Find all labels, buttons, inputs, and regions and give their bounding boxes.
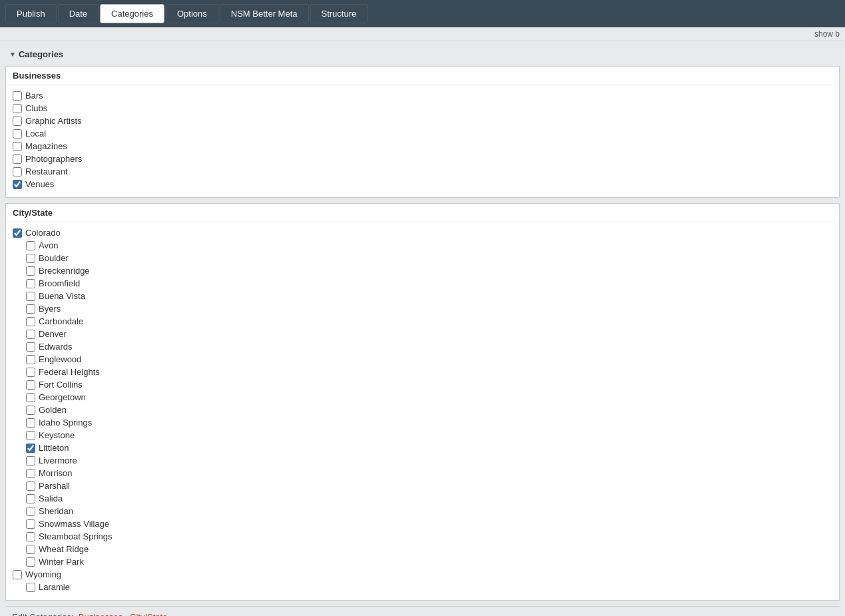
list-item[interactable]: Photographers bbox=[13, 153, 832, 165]
carbondale-label: Carbondale bbox=[39, 316, 83, 326]
list-item[interactable]: Livermore bbox=[26, 454, 832, 467]
photographers-checkbox[interactable] bbox=[13, 154, 22, 164]
buena-vista-checkbox[interactable] bbox=[26, 292, 35, 301]
clubs-checkbox[interactable] bbox=[13, 104, 22, 113]
breckenridge-checkbox[interactable] bbox=[26, 266, 35, 276]
list-item[interactable]: Magazines bbox=[13, 140, 832, 153]
structure-button[interactable]: Structure bbox=[310, 4, 368, 23]
laramie-checkbox[interactable] bbox=[26, 583, 35, 592]
venues-checkbox[interactable] bbox=[13, 180, 22, 189]
list-item[interactable]: Venues bbox=[13, 178, 832, 190]
buena-vista-label: Buena Vista bbox=[39, 291, 85, 301]
list-item[interactable]: Golden bbox=[26, 404, 832, 416]
list-item[interactable]: Edwards bbox=[26, 340, 832, 353]
list-item[interactable]: Breckenridge bbox=[26, 264, 832, 277]
list-item[interactable]: Clubs bbox=[13, 102, 832, 115]
clubs-label: Clubs bbox=[25, 103, 47, 113]
fort-collins-checkbox[interactable] bbox=[26, 380, 35, 390]
list-item[interactable]: Sheridan bbox=[26, 505, 832, 517]
edwards-checkbox[interactable] bbox=[26, 342, 35, 352]
list-item[interactable]: Winter Park bbox=[26, 555, 832, 568]
broomfield-checkbox[interactable] bbox=[26, 279, 35, 288]
list-item[interactable]: Byers bbox=[26, 302, 832, 315]
idaho-springs-checkbox[interactable] bbox=[26, 418, 35, 428]
breckenridge-label: Breckenridge bbox=[39, 266, 90, 276]
list-item[interactable]: Parshall bbox=[26, 479, 832, 492]
publish-button[interactable]: Publish bbox=[5, 4, 57, 23]
list-item[interactable]: Denver bbox=[26, 328, 832, 340]
list-item[interactable]: Laramie bbox=[26, 581, 832, 593]
bars-label: Bars bbox=[25, 91, 43, 101]
wheat-ridge-checkbox[interactable] bbox=[26, 545, 35, 554]
list-item[interactable]: Keystone bbox=[26, 429, 832, 442]
steamboat-springs-checkbox[interactable] bbox=[26, 532, 35, 541]
edit-categories-bar: Edit Categories: Businesses, City/State bbox=[5, 606, 840, 616]
bars-checkbox[interactable] bbox=[13, 91, 22, 101]
littleton-checkbox[interactable] bbox=[26, 444, 35, 453]
magazines-checkbox[interactable] bbox=[13, 142, 22, 151]
restaurant-label: Restaurant bbox=[25, 166, 68, 176]
list-item[interactable]: Broomfield bbox=[26, 277, 832, 290]
colorado-checkbox[interactable] bbox=[13, 228, 22, 238]
list-item[interactable]: Buena Vista bbox=[26, 290, 832, 302]
date-button[interactable]: Date bbox=[58, 4, 99, 23]
businesses-group: Businesses Bars Clubs Graphic Artists Lo… bbox=[5, 66, 840, 198]
livermore-checkbox[interactable] bbox=[26, 456, 35, 465]
list-item[interactable]: Carbondale bbox=[26, 315, 832, 328]
local-checkbox[interactable] bbox=[13, 129, 22, 139]
keystone-checkbox[interactable] bbox=[26, 431, 35, 440]
list-item[interactable]: Salida bbox=[26, 492, 832, 505]
list-item[interactable]: Morrison bbox=[26, 467, 832, 479]
federal-heights-checkbox[interactable] bbox=[26, 368, 35, 377]
wyoming-label: Wyoming bbox=[25, 569, 61, 579]
list-item[interactable]: Federal Heights bbox=[26, 366, 832, 378]
sheridan-checkbox[interactable] bbox=[26, 507, 35, 516]
parshall-label: Parshall bbox=[39, 481, 70, 491]
list-item[interactable]: Colorado bbox=[13, 226, 832, 239]
categories-section-header: ▼ Categories bbox=[5, 47, 840, 62]
salida-checkbox[interactable] bbox=[26, 494, 35, 503]
byers-checkbox[interactable] bbox=[26, 304, 35, 314]
morrison-checkbox[interactable] bbox=[26, 469, 35, 478]
businesses-content: Bars Clubs Graphic Artists Local Magazin… bbox=[6, 85, 839, 197]
options-button[interactable]: Options bbox=[166, 4, 218, 23]
georgetown-checkbox[interactable] bbox=[26, 393, 35, 402]
wyoming-checkbox[interactable] bbox=[13, 570, 22, 579]
list-item[interactable]: Littleton bbox=[26, 442, 832, 454]
restaurant-checkbox[interactable] bbox=[13, 167, 22, 176]
collapse-arrow-icon: ▼ bbox=[9, 51, 16, 58]
list-item[interactable]: Georgetown bbox=[26, 391, 832, 404]
snowmass-village-checkbox[interactable] bbox=[26, 519, 35, 529]
list-item[interactable]: Englewood bbox=[26, 353, 832, 366]
list-item[interactable]: Restaurant bbox=[13, 165, 832, 178]
nsm-better-meta-button[interactable]: NSM Better Meta bbox=[220, 4, 309, 23]
golden-checkbox[interactable] bbox=[26, 406, 35, 415]
list-item[interactable]: Snowmass Village bbox=[26, 517, 832, 530]
categories-button[interactable]: Categories bbox=[100, 4, 164, 23]
colorado-label: Colorado bbox=[25, 228, 61, 238]
boulder-checkbox[interactable] bbox=[26, 254, 35, 263]
list-item[interactable]: Avon bbox=[26, 239, 832, 252]
list-item[interactable]: Boulder bbox=[26, 252, 832, 264]
carbondale-checkbox[interactable] bbox=[26, 317, 35, 326]
avon-label: Avon bbox=[39, 240, 58, 250]
winter-park-checkbox[interactable] bbox=[26, 557, 35, 567]
list-item[interactable]: Idaho Springs bbox=[26, 416, 832, 429]
city-state-edit-link[interactable]: City/State bbox=[130, 612, 167, 616]
salida-label: Salida bbox=[39, 493, 63, 503]
venues-label: Venues bbox=[25, 179, 54, 189]
list-item[interactable]: Wheat Ridge bbox=[26, 543, 832, 555]
businesses-edit-link[interactable]: Businesses, bbox=[79, 612, 125, 616]
list-item[interactable]: Wyoming bbox=[13, 568, 832, 581]
graphic-artists-checkbox[interactable] bbox=[13, 117, 22, 126]
list-item[interactable]: Bars bbox=[13, 89, 832, 102]
avon-checkbox[interactable] bbox=[26, 241, 35, 250]
parshall-checkbox[interactable] bbox=[26, 481, 35, 491]
edit-categories-prefix: Edit Categories: bbox=[12, 612, 74, 616]
list-item[interactable]: Local bbox=[13, 127, 832, 140]
englewood-checkbox[interactable] bbox=[26, 355, 35, 364]
list-item[interactable]: Graphic Artists bbox=[13, 115, 832, 127]
denver-checkbox[interactable] bbox=[26, 330, 35, 339]
list-item[interactable]: Steamboat Springs bbox=[26, 530, 832, 543]
list-item[interactable]: Fort Collins bbox=[26, 378, 832, 391]
